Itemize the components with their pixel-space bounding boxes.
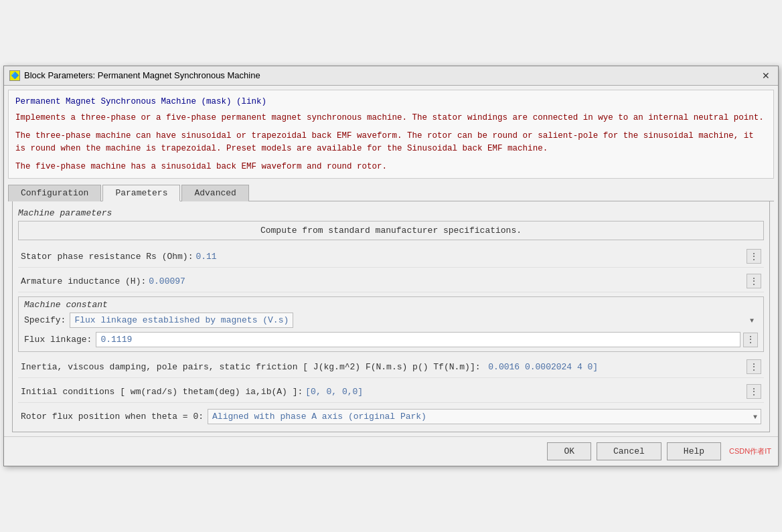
- initial-dots-button[interactable]: ⋮: [747, 384, 761, 399]
- machine-constant-section: Machine constant Specify: Flux linkage e…: [18, 296, 764, 352]
- stator-row-content: Stator phase resistance Rs (Ohm): 0.11 ⋮: [18, 246, 764, 267]
- specify-select[interactable]: Flux linkage established by magnets (V.s…: [70, 313, 293, 328]
- inertia-value: 0.0016 0.0002024 4 0]: [483, 362, 599, 372]
- initial-value: [0, 0, 0,0]: [305, 387, 363, 397]
- tab-area: Configuration Parameters Advanced Machin…: [8, 184, 774, 432]
- stator-value: 0.11: [196, 252, 216, 262]
- machine-constant-title: Machine constant: [24, 300, 758, 310]
- close-button[interactable]: ✕: [759, 69, 773, 82]
- watermark-text: CSDN作者IT: [729, 446, 771, 456]
- ok-button[interactable]: OK: [547, 442, 591, 460]
- tab-parameters[interactable]: Parameters: [102, 185, 180, 201]
- rotor-select-wrapper: Aligned with phase A axis (original Park…: [208, 409, 761, 424]
- help-button[interactable]: Help: [667, 442, 721, 460]
- initial-label: Initial conditions [ wm(rad/s) thetam(de…: [21, 387, 303, 397]
- specify-row: Specify: Flux linkage established by mag…: [24, 313, 758, 328]
- description-link-line: Permanent Magnet Synchronous Machine (ma…: [15, 96, 767, 108]
- tab-configuration[interactable]: Configuration: [8, 185, 101, 201]
- tab-advanced[interactable]: Advanced: [181, 185, 248, 201]
- armature-row-content: Armature inductance (H): 0.00097 ⋮: [18, 270, 764, 292]
- armature-label: Armature inductance (H):: [21, 276, 146, 286]
- flux-dots-button[interactable]: ⋮: [743, 333, 758, 347]
- inertia-dots-button[interactable]: ⋮: [747, 359, 761, 374]
- rotor-select[interactable]: Aligned with phase A axis (original Park…: [208, 409, 761, 424]
- inertia-label: Inertia, viscous damping, pole pairs, st…: [21, 362, 481, 372]
- armature-dots-button[interactable]: ⋮: [747, 274, 761, 288]
- stator-label: Stator phase resistance Rs (Ohm):: [21, 252, 193, 262]
- compute-button[interactable]: Compute from standard manufacturer speci…: [18, 221, 764, 240]
- initial-conditions-row: Initial conditions [ wm(rad/s) thetam(de…: [18, 381, 764, 403]
- flux-input[interactable]: [96, 332, 740, 347]
- specify-select-wrapper: Flux linkage established by magnets (V.s…: [70, 313, 758, 328]
- armature-row: Armature inductance (H): 0.00097 ⋮: [18, 270, 764, 292]
- cancel-button[interactable]: Cancel: [597, 442, 661, 460]
- description-area: Permanent Magnet Synchronous Machine (ma…: [8, 90, 774, 179]
- window-title: Block Parameters: Permanent Magnet Synch…: [24, 70, 260, 80]
- tab-content: Machine parameters Compute from standard…: [12, 201, 770, 432]
- tabs: Configuration Parameters Advanced: [8, 184, 774, 201]
- description-para3: The five-phase machine has a sinusoidal …: [15, 161, 767, 173]
- main-window: 🔷 Block Parameters: Permanent Magnet Syn…: [3, 66, 779, 467]
- flux-linkage-row: Flux linkage: ⋮: [24, 332, 758, 347]
- description-para1: Implements a three-phase or a five-phase…: [15, 112, 767, 124]
- inertia-row-content: Inertia, viscous damping, pole pairs, st…: [18, 356, 764, 377]
- stator-resistance-row: Stator phase resistance Rs (Ohm): 0.11 ⋮: [18, 246, 764, 268]
- machine-parameters-label: Machine parameters: [18, 208, 764, 218]
- flux-label: Flux linkage:: [24, 335, 92, 345]
- rotor-row: Rotor flux position when theta = 0: Alig…: [18, 406, 764, 428]
- initial-row-content: Initial conditions [ wm(rad/s) thetam(de…: [18, 381, 764, 402]
- description-para2: The three-phase machine can have sinusoi…: [15, 130, 767, 155]
- title-bar-left: 🔷 Block Parameters: Permanent Magnet Syn…: [9, 70, 260, 81]
- stator-dots-button[interactable]: ⋮: [747, 249, 761, 264]
- specify-label: Specify:: [24, 315, 66, 325]
- footer: OK Cancel Help CSDN作者IT: [4, 436, 778, 466]
- armature-value: 0.00097: [149, 276, 185, 286]
- title-bar: 🔷 Block Parameters: Permanent Magnet Syn…: [4, 66, 778, 86]
- inertia-row: Inertia, viscous damping, pole pairs, st…: [18, 356, 764, 378]
- window-icon: 🔷: [9, 70, 20, 81]
- rotor-label: Rotor flux position when theta = 0:: [21, 412, 204, 422]
